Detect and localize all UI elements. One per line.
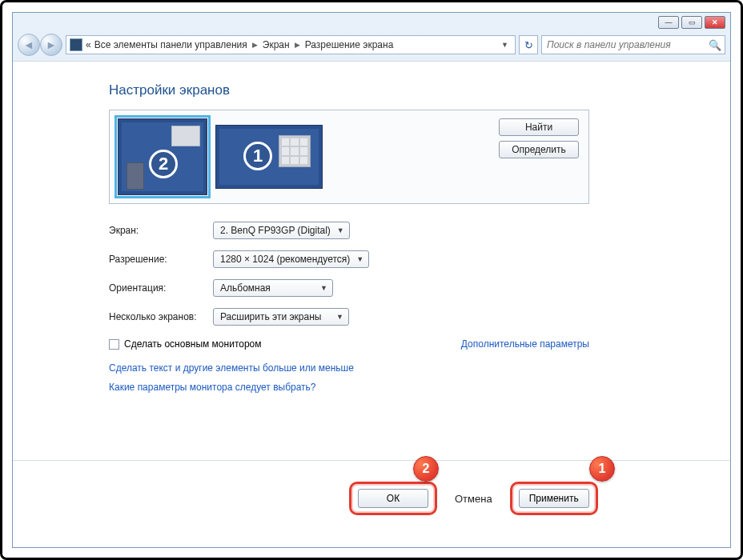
multi-value: Расширить эти экраны [220, 311, 321, 322]
chevron-down-icon: ▼ [337, 226, 344, 234]
identify-button[interactable]: Определить [499, 141, 579, 158]
monitor-2[interactable]: 2 [118, 118, 207, 195]
help-links: Сделать текст и другие элементы больше и… [109, 362, 730, 393]
page-title: Настройки экранов [109, 82, 730, 98]
address-dropdown-icon[interactable]: ▼ [498, 41, 512, 49]
cancel-button[interactable]: Отмена [455, 493, 492, 505]
monitor-number: 1 [243, 142, 272, 170]
dialog-buttons: ОК Отмена Применить [349, 482, 598, 515]
close-button[interactable]: ✕ [705, 16, 725, 29]
control-panel-icon [70, 38, 82, 51]
which-monitor-link[interactable]: Какие параметры монитора следует выбрать… [109, 382, 730, 393]
multi-label: Несколько экранов: [109, 311, 213, 322]
forward-button[interactable]: ► [40, 34, 62, 56]
separator [13, 460, 730, 461]
explorer-window: — ▭ ✕ ◄ ► « Все элементы панели управлен… [12, 12, 731, 548]
breadcrumb-segment[interactable]: Разрешение экрана [305, 39, 394, 50]
screen-value: 2. BenQ FP93GP (Digital) [220, 225, 331, 236]
text-size-link[interactable]: Сделать текст и другие элементы больше и… [109, 362, 730, 374]
search-icon: 🔍 [709, 39, 721, 51]
window-controls: — ▭ ✕ [658, 16, 725, 29]
advanced-settings-link[interactable]: Дополнительные параметры [461, 338, 589, 350]
display-arrangement-box[interactable]: 2 1 Найти Определить [109, 110, 589, 204]
monitor-keypad-icon [279, 135, 311, 167]
apply-button[interactable]: Применить [519, 489, 589, 508]
resolution-value: 1280 × 1024 (рекомендуется) [220, 254, 350, 265]
nav-bar: ◄ ► « Все элементы панели управления ▶ Э… [13, 30, 730, 59]
address-prefix: « [86, 39, 91, 50]
chevron-down-icon: ▼ [320, 284, 327, 292]
screen-select[interactable]: 2. BenQ FP93GP (Digital) ▼ [213, 222, 350, 239]
refresh-button[interactable]: ↻ [519, 35, 538, 54]
settings-form: Экран: 2. BenQ FP93GP (Digital) ▼ Разреш… [109, 222, 589, 326]
content-area: Настройки экранов 2 1 Найти [13, 61, 730, 547]
orientation-value: Альбомная [220, 282, 271, 294]
ok-highlight: ОК [349, 482, 437, 515]
apply-highlight: Применить [510, 482, 598, 515]
maximize-button[interactable]: ▭ [681, 16, 702, 29]
monitor-1[interactable]: 1 [215, 125, 323, 189]
screen-label: Экран: [109, 225, 213, 236]
chevron-right-icon: ▶ [252, 41, 258, 49]
primary-monitor-label: Сделать основным монитором [124, 338, 262, 350]
primary-monitor-row: Сделать основным монитором Дополнительны… [109, 338, 589, 350]
chevron-right-icon: ▶ [295, 41, 300, 49]
orientation-label: Ориентация: [109, 282, 213, 294]
resolution-label: Разрешение: [109, 254, 213, 265]
orientation-select[interactable]: Альбомная ▼ [213, 279, 333, 297]
multi-display-select[interactable]: Расширить эти экраны ▼ [213, 308, 349, 326]
chevron-down-icon: ▼ [356, 255, 363, 263]
monitor-window-icon [171, 126, 200, 146]
callout-badge-2: 2 [413, 456, 439, 482]
monitor-tower-icon [127, 162, 144, 190]
search-box[interactable]: 🔍 [541, 35, 725, 54]
minimize-button[interactable]: — [658, 16, 679, 29]
address-bar[interactable]: « Все элементы панели управления ▶ Экран… [66, 35, 516, 54]
back-button[interactable]: ◄ [18, 34, 40, 56]
breadcrumb-segment[interactable]: Экран [263, 39, 290, 50]
search-input[interactable] [545, 38, 709, 51]
callout-badge-1: 1 [589, 456, 615, 482]
monitor-number: 2 [149, 150, 178, 178]
ok-button[interactable]: ОК [358, 489, 428, 508]
primary-monitor-checkbox[interactable] [109, 339, 119, 350]
resolution-select[interactable]: 1280 × 1024 (рекомендуется) ▼ [213, 250, 369, 268]
breadcrumb-segment[interactable]: Все элементы панели управления [94, 39, 247, 50]
chevron-down-icon: ▼ [336, 313, 343, 321]
detect-button[interactable]: Найти [499, 118, 579, 136]
